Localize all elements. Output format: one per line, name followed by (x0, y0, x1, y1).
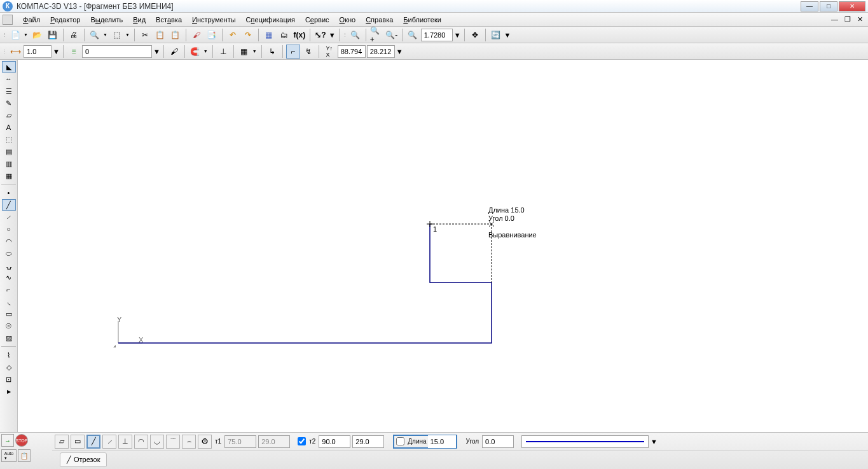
length-checkbox[interactable] (396, 437, 404, 445)
layer-input[interactable] (82, 45, 152, 58)
segment-mode-10[interactable]: ⭙ (198, 435, 212, 449)
minimize-button[interactable]: — (801, 1, 818, 11)
segment-mode-3-selected[interactable]: ╱ (86, 435, 100, 449)
drawing-canvas[interactable]: Y X 1 Длина 15.0 Угол 0.0 Выравнивание (18, 60, 868, 432)
zoom-out-button[interactable]: 🔍- (385, 28, 399, 42)
zoom-dropdown[interactable]: ▼ (454, 31, 461, 39)
system-menu-icon[interactable] (3, 15, 13, 25)
grid-dropdown[interactable]: ▼ (251, 49, 258, 53)
linestyle-arrow[interactable]: ▼ (651, 438, 658, 445)
round-button[interactable]: ↯ (301, 45, 315, 59)
dimensions-panel-button[interactable]: ↔ (2, 73, 16, 85)
tool2-button[interactable]: 📑 (205, 28, 219, 42)
ellipse-tool[interactable]: ⬭ (2, 248, 16, 259)
apply-button[interactable]: → (1, 434, 14, 447)
new-dropdown[interactable]: ▼ (22, 32, 29, 37)
menu-help[interactable]: Справка (361, 15, 398, 25)
length-input[interactable] (428, 435, 456, 448)
t2-x-input[interactable] (319, 435, 350, 448)
maximize-button[interactable]: □ (820, 1, 837, 11)
segment-mode-4[interactable]: ⟋ (102, 435, 116, 449)
symbols-panel-button[interactable]: ☰ (2, 85, 16, 97)
bezier-tool[interactable]: ∿ (2, 272, 16, 283)
chamfer-tool[interactable]: ⌐ (2, 284, 16, 295)
polyline-tool[interactable]: ⍽ (2, 260, 16, 271)
segment-mode-5[interactable]: ⊥ (118, 435, 132, 449)
zoom-fit-button[interactable]: 🔍 (348, 28, 362, 42)
menu-insert[interactable]: Вставка (151, 15, 187, 25)
zoom-in-button[interactable]: 🔍+ (369, 28, 383, 42)
library-button[interactable]: 🗂 (277, 28, 291, 42)
properties-button[interactable]: 🖌 (189, 28, 203, 42)
length-field[interactable]: Длина (393, 435, 457, 449)
fillet-tool[interactable]: ◟ (2, 296, 16, 307)
tool1-dropdown[interactable]: ▼ (124, 32, 131, 37)
params-panel-button[interactable]: ▱ (2, 109, 16, 121)
scale-icon[interactable]: ⟷ (8, 45, 22, 59)
cut-button[interactable]: ✂ (138, 28, 152, 42)
menu-service[interactable]: Сервис (300, 15, 334, 25)
snap-button[interactable]: 🧲 (188, 45, 202, 59)
mdi-restore[interactable]: ❐ (842, 14, 853, 25)
geometry-panel-button[interactable]: ◣ (2, 61, 16, 73)
auto-button[interactable]: Auto▾ (1, 449, 17, 462)
new-button[interactable]: 📄 (8, 28, 22, 42)
expand-arrow[interactable]: ▶ (2, 386, 16, 397)
edit-panel-button[interactable]: ✎ (2, 97, 16, 109)
help-button[interactable]: ⤡? (313, 28, 327, 42)
open-button[interactable]: 📂 (31, 28, 45, 42)
spline-tool[interactable]: ⌇ (2, 349, 16, 361)
point-tool[interactable]: • (2, 187, 16, 199)
t2-checkbox[interactable] (298, 437, 306, 445)
tool1-button[interactable]: ⬚ (110, 28, 124, 42)
menu-tools[interactable]: Инструменты (187, 15, 241, 25)
paste-button[interactable]: 📋 (169, 28, 183, 42)
stop-button[interactable]: STOP (15, 434, 28, 447)
t2-y-input[interactable] (352, 435, 384, 448)
segment-mode-6[interactable]: ◠ (134, 435, 148, 449)
insert-panel-button[interactable]: ▦ (2, 170, 16, 181)
menu-window[interactable]: Окно (334, 15, 361, 25)
rectangle-tool[interactable]: ▭ (2, 308, 16, 319)
arc-tool[interactable]: ◠ (2, 235, 16, 247)
measure-panel-button[interactable]: Α (2, 122, 16, 133)
menu-view[interactable]: Вид (128, 15, 151, 25)
perpendicular-button[interactable]: ⊥ (216, 45, 230, 59)
menu-editor[interactable]: Редактор (45, 15, 85, 25)
segment-mode-1[interactable]: ▱ (55, 435, 69, 449)
hatch-tool[interactable]: ▨ (2, 332, 16, 344)
coord-x-input[interactable] (338, 45, 366, 58)
scale-dropdown[interactable]: ▼ (53, 48, 60, 55)
t1-x-input[interactable] (224, 435, 256, 448)
line-tool[interactable]: ╱ (2, 199, 16, 211)
redo-button[interactable]: ↷ (241, 28, 255, 42)
layer-dropdown[interactable]: ▼ (153, 48, 160, 55)
save-button[interactable]: 💾 (46, 28, 60, 42)
menu-select[interactable]: Выделить (85, 15, 128, 25)
print-button[interactable]: 🖨 (67, 28, 81, 42)
preview-button[interactable]: 🔍 (88, 28, 102, 42)
segment-mode-9[interactable]: ⌢ (182, 435, 196, 449)
snap-dropdown[interactable]: ▼ (202, 49, 209, 53)
angle-input[interactable] (482, 435, 514, 448)
coord-button[interactable]: ↳ (265, 45, 279, 59)
zoom-value-input[interactable] (421, 29, 453, 41)
mdi-minimize[interactable]: — (829, 14, 841, 25)
zoom-scale-icon[interactable]: 🔍 (406, 28, 420, 42)
manager-button[interactable]: ▦ (262, 28, 276, 42)
copy-button[interactable]: 📋 (153, 28, 167, 42)
variant-tool[interactable]: ◇ (2, 361, 16, 373)
close-button[interactable]: ✕ (839, 1, 865, 11)
segment-mode-8[interactable]: ⌒ (166, 435, 180, 449)
variables-button[interactable]: f(x) (293, 28, 307, 42)
mdi-close[interactable]: ✕ (855, 14, 865, 25)
pan-button[interactable]: ✥ (468, 28, 482, 42)
t1-y-input[interactable] (258, 435, 290, 448)
remember-button[interactable]: 📋 (18, 449, 31, 462)
segment-tab[interactable]: ╱ Отрезок (60, 452, 107, 466)
format-button[interactable]: 🖌 (167, 45, 181, 59)
circle-tool[interactable]: ○ (2, 223, 16, 235)
coord-y-input[interactable] (367, 45, 395, 58)
refresh-button[interactable]: 🔄 (489, 28, 503, 42)
menu-libraries[interactable]: Библиотеки (398, 15, 446, 25)
